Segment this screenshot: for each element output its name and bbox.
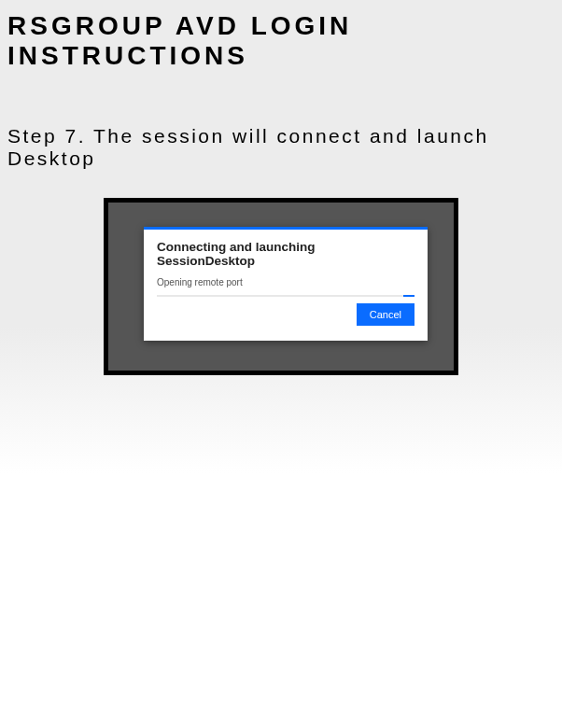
dialog-actions: Cancel — [144, 297, 428, 341]
page-title: RSGROUP AVD LOGIN INSTRUCTIONS — [0, 0, 562, 71]
connection-dialog: Connecting and launching SessionDesktop … — [144, 227, 428, 341]
progress-bar — [157, 295, 414, 297]
step-description: Step 7. The session will connect and lau… — [0, 71, 562, 170]
screenshot-frame: Connecting and launching SessionDesktop … — [104, 198, 458, 375]
dialog-status-text: Opening remote port — [144, 273, 428, 295]
cancel-button[interactable]: Cancel — [357, 303, 414, 326]
screenshot-container: Connecting and launching SessionDesktop … — [104, 198, 458, 375]
dialog-title: Connecting and launching SessionDesktop — [144, 230, 428, 273]
